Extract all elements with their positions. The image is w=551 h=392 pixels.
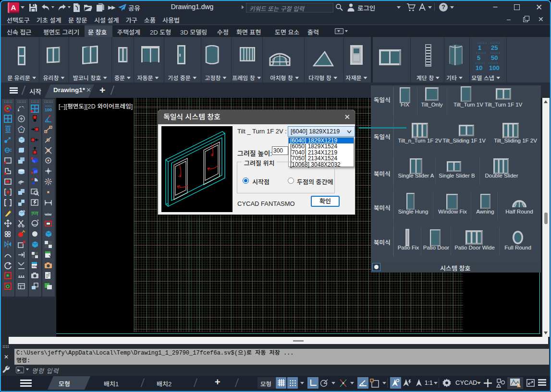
svg-text:100: 100 [45,107,52,112]
